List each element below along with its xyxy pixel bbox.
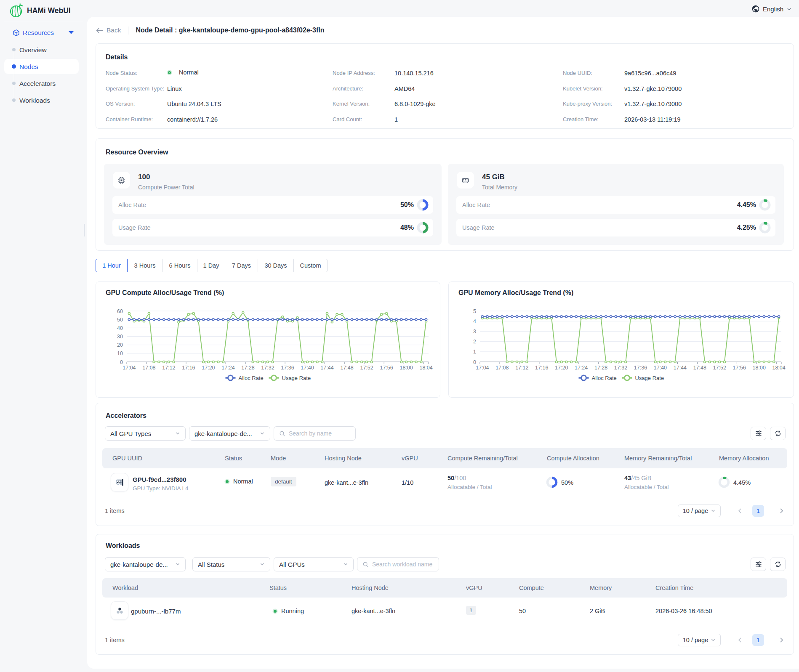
svg-text:17:16: 17:16 — [182, 365, 195, 371]
svg-text:Usage Rate: Usage Rate — [635, 375, 664, 381]
svg-text:18:00: 18:00 — [753, 365, 766, 371]
svg-text:17:24: 17:24 — [221, 365, 234, 371]
svg-text:30: 30 — [117, 334, 123, 340]
svg-text:17:32: 17:32 — [261, 365, 274, 371]
svg-text:17:36: 17:36 — [634, 365, 647, 371]
svg-text:17:12: 17:12 — [162, 365, 175, 371]
svg-text:17:12: 17:12 — [515, 365, 528, 371]
svg-text:17:28: 17:28 — [241, 365, 254, 371]
svg-text:17:44: 17:44 — [674, 365, 687, 371]
svg-text:Alloc Rate: Alloc Rate — [239, 375, 264, 381]
svg-text:17:48: 17:48 — [340, 365, 353, 371]
svg-text:17:48: 17:48 — [693, 365, 706, 371]
svg-text:17:08: 17:08 — [142, 365, 155, 371]
svg-text:17:28: 17:28 — [594, 365, 607, 371]
svg-text:4: 4 — [473, 319, 476, 324]
svg-text:1: 1 — [473, 349, 476, 355]
svg-text:17:04: 17:04 — [476, 365, 489, 371]
svg-text:60: 60 — [117, 308, 123, 314]
svg-text:17:44: 17:44 — [320, 365, 333, 371]
svg-text:Usage Rate: Usage Rate — [282, 375, 311, 381]
svg-text:17:40: 17:40 — [654, 365, 667, 371]
svg-text:18:04: 18:04 — [419, 365, 432, 371]
svg-text:10: 10 — [117, 351, 123, 356]
svg-text:3: 3 — [473, 329, 476, 335]
svg-text:5: 5 — [473, 308, 476, 314]
svg-text:Alloc Rate: Alloc Rate — [592, 375, 617, 381]
svg-text:17:32: 17:32 — [614, 365, 627, 371]
svg-text:40: 40 — [117, 325, 123, 331]
svg-text:0: 0 — [473, 359, 476, 365]
svg-text:20: 20 — [117, 342, 123, 348]
svg-text:17:04: 17:04 — [123, 365, 136, 371]
svg-text:17:24: 17:24 — [575, 365, 588, 371]
svg-text:17:56: 17:56 — [733, 365, 746, 371]
svg-text:17:08: 17:08 — [495, 365, 509, 371]
svg-text:17:52: 17:52 — [360, 365, 373, 371]
svg-text:18:00: 18:00 — [400, 365, 413, 371]
svg-text:0: 0 — [120, 359, 123, 365]
svg-text:17:20: 17:20 — [555, 365, 568, 371]
svg-text:17:36: 17:36 — [281, 365, 294, 371]
svg-text:17:20: 17:20 — [202, 365, 215, 371]
svg-text:17:16: 17:16 — [535, 365, 548, 371]
svg-text:17:40: 17:40 — [301, 365, 314, 371]
svg-text:2: 2 — [473, 339, 476, 345]
svg-text:18:04: 18:04 — [772, 365, 785, 371]
svg-text:17:52: 17:52 — [713, 365, 726, 371]
svg-text:50: 50 — [117, 317, 123, 323]
svg-text:17:56: 17:56 — [380, 365, 393, 371]
